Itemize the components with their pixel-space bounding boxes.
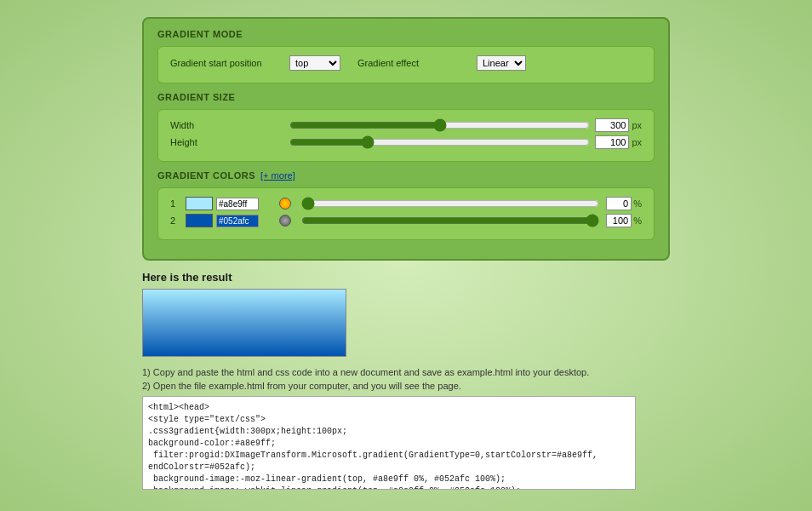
gradient-mode-title: GRADIENT MODE <box>157 29 655 39</box>
width-row: Width px <box>170 118 642 132</box>
gradient-size-box: Width px Height px <box>157 109 655 162</box>
color-thumb-1[interactable] <box>279 198 291 210</box>
gradient-preview <box>142 289 346 357</box>
height-slider[interactable] <box>289 136 590 148</box>
gradient-size-section: GRADIENT SIZE Width px Height px <box>157 92 655 162</box>
color-thumb-2[interactable] <box>279 215 291 227</box>
instruction-step1: 1) Copy and paste the html and css code … <box>142 367 653 377</box>
height-input[interactable] <box>595 135 629 149</box>
start-position-select[interactable]: top bottom left right <box>289 55 340 71</box>
gradient-mode-box: Gradient start position top bottom left … <box>157 46 655 83</box>
gradient-effect-label: Gradient effect <box>357 58 477 68</box>
main-panel: GRADIENT MODE Gradient start position to… <box>142 17 670 261</box>
color-slider-1 <box>301 198 599 210</box>
gradient-size-title: GRADIENT SIZE <box>157 92 655 102</box>
result-section: Here is the result 1) Copy and paste the… <box>142 271 670 492</box>
instructions: 1) Copy and paste the html and css code … <box>142 367 653 391</box>
color-slider-2 <box>301 215 599 227</box>
color-row-1: 1 % <box>170 197 642 210</box>
instruction-step2: 2) Open the file example.html from your … <box>142 381 653 391</box>
gradient-effect-select[interactable]: Linear Radial <box>477 55 526 71</box>
gradient-colors-section: GRADIENT COLORS [+ more] 1 % 2 <box>157 170 655 240</box>
gradient-colors-title: GRADIENT COLORS <box>157 170 255 181</box>
code-textarea[interactable] <box>142 396 636 490</box>
color-box-2[interactable] <box>186 214 213 227</box>
color-num-2: 2 <box>170 215 182 226</box>
color-swatch-1 <box>186 197 279 210</box>
color-hex-input-2[interactable] <box>216 215 259 227</box>
color-num-1: 1 <box>170 198 182 209</box>
height-row: Height px <box>170 135 642 149</box>
more-colors-link[interactable]: [+ more] <box>260 170 295 181</box>
gradient-mode-section: GRADIENT MODE Gradient start position to… <box>157 29 655 83</box>
width-unit: px <box>632 120 642 130</box>
color-percent-unit-2: % <box>633 215 642 226</box>
height-slider-container <box>289 136 590 148</box>
height-unit: px <box>632 137 642 147</box>
width-slider[interactable] <box>289 119 590 131</box>
height-label: Height <box>170 137 289 147</box>
start-position-label: Gradient start position <box>170 58 289 68</box>
width-label: Width <box>170 120 289 130</box>
width-slider-container <box>289 119 590 131</box>
color-percent-input-1[interactable] <box>606 197 632 210</box>
color-swatch-2 <box>186 214 279 227</box>
color-hex-input-1[interactable] <box>216 198 259 210</box>
color-percent-slider-2[interactable] <box>301 215 599 227</box>
gradient-colors-box: 1 % 2 <box>157 187 655 240</box>
color-percent-unit-1: % <box>633 198 642 209</box>
color-box-1[interactable] <box>186 197 213 210</box>
width-input[interactable] <box>595 118 629 132</box>
color-percent-input-2[interactable] <box>606 214 632 227</box>
gradient-mode-row: Gradient start position top bottom left … <box>170 55 642 71</box>
gradient-colors-header: GRADIENT COLORS [+ more] <box>157 170 655 181</box>
color-row-2: 2 % <box>170 214 642 227</box>
color-percent-slider-1[interactable] <box>301 198 599 210</box>
result-title: Here is the result <box>142 271 670 284</box>
